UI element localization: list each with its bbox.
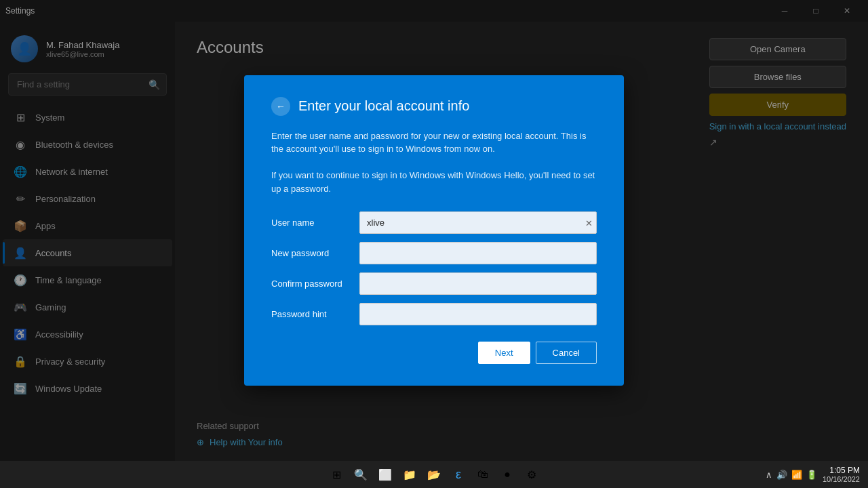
- taskbar-folder-button[interactable]: 📂: [423, 464, 445, 485]
- taskbar-folder-icon: 📂: [427, 468, 441, 481]
- date-display: 10/16/2022: [823, 475, 860, 483]
- new-password-label: New password: [271, 248, 359, 258]
- taskbar-chrome-icon: ●: [504, 468, 511, 481]
- confirm-password-input-wrap: [359, 272, 597, 295]
- username-input-wrap: ✕: [359, 211, 597, 234]
- taskbar-files-icon: 📁: [403, 468, 416, 481]
- clock[interactable]: 1:05 PM 10/16/2022: [823, 466, 860, 483]
- taskbar-store-button[interactable]: 🛍: [472, 464, 494, 485]
- settings-window: Settings ─ □ ✕ 👤 M. Fahad Khawaja xlive6…: [0, 0, 868, 488]
- modal-desc-2: If you want to continue to sign in to Wi…: [271, 169, 597, 195]
- modal-title: Enter your local account info: [298, 98, 469, 114]
- taskbar-settings-icon: ⚙: [527, 468, 536, 481]
- next-button[interactable]: Next: [478, 342, 530, 364]
- username-label: User name: [271, 218, 359, 228]
- taskbar-search-icon: 🔍: [354, 468, 368, 481]
- sys-tray-icons: ∧ 🔊 📶 🔋: [766, 470, 817, 480]
- battery-icon: 🔋: [806, 470, 817, 480]
- new-password-input-wrap: [359, 242, 597, 264]
- confirm-password-row: Confirm password: [271, 272, 597, 295]
- new-password-input[interactable]: [359, 242, 597, 264]
- task-view-icon: ⬜: [378, 468, 392, 481]
- start-icon: ⊞: [332, 468, 341, 481]
- taskbar-chrome-button[interactable]: ●: [496, 464, 518, 485]
- confirm-password-input[interactable]: [359, 272, 597, 295]
- taskbar: ⊞ 🔍 ⬜ 📁 📂 ε 🛍 ● ⚙: [0, 461, 868, 488]
- taskbar-store-icon: 🛍: [477, 468, 488, 481]
- local-account-modal: ← Enter your local account info Enter th…: [244, 75, 624, 386]
- time-display: 1:05 PM: [823, 466, 860, 475]
- modal-desc-1: Enter the user name and password for you…: [271, 129, 597, 156]
- confirm-password-label: Confirm password: [271, 279, 359, 289]
- password-hint-input[interactable]: [359, 303, 597, 325]
- task-view-button[interactable]: ⬜: [374, 464, 396, 485]
- taskbar-edge-icon: ε: [456, 468, 461, 482]
- modal-overlay: ← Enter your local account info Enter th…: [0, 0, 868, 461]
- username-row: User name ✕: [271, 211, 597, 234]
- modal-actions: Next Cancel: [271, 342, 597, 364]
- network-tray-icon: 📶: [791, 470, 802, 480]
- cancel-button[interactable]: Cancel: [536, 342, 597, 364]
- password-hint-row: Password hint: [271, 303, 597, 325]
- start-button[interactable]: ⊞: [326, 464, 347, 485]
- password-hint-label: Password hint: [271, 309, 359, 319]
- modal-description: Enter the user name and password for you…: [271, 129, 597, 196]
- volume-icon: 🔊: [776, 470, 787, 480]
- taskbar-center: ⊞ 🔍 ⬜ 📁 📂 ε 🛍 ● ⚙: [326, 464, 542, 485]
- modal-back-button[interactable]: ←: [271, 97, 290, 116]
- taskbar-edge-button[interactable]: ε: [448, 464, 469, 485]
- up-arrow-icon: ∧: [766, 470, 772, 480]
- taskbar-settings-button[interactable]: ⚙: [521, 464, 542, 485]
- password-hint-input-wrap: [359, 303, 597, 325]
- username-clear-button[interactable]: ✕: [585, 218, 593, 227]
- new-password-row: New password: [271, 242, 597, 264]
- modal-header: ← Enter your local account info: [271, 97, 597, 116]
- taskbar-files-button[interactable]: 📁: [399, 464, 420, 485]
- taskbar-search-button[interactable]: 🔍: [350, 464, 372, 485]
- taskbar-right: ∧ 🔊 📶 🔋 1:05 PM 10/16/2022: [766, 466, 860, 483]
- username-input[interactable]: [359, 211, 597, 234]
